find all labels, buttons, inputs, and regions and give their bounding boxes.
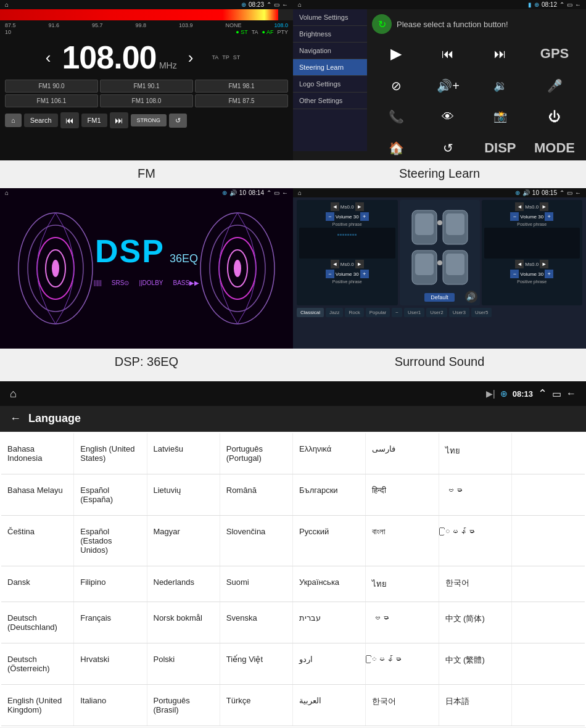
lang-cell-vietnamese[interactable]: Tiếng Việt xyxy=(220,643,293,684)
ss-lt-plus2[interactable]: + xyxy=(360,270,369,278)
sl-menu-other[interactable]: Other Settings xyxy=(293,93,367,109)
sl-play-button[interactable]: ▶ xyxy=(372,39,420,68)
lang-cell-urdu[interactable]: اردو xyxy=(293,643,366,684)
fm-preset-2[interactable]: FM1 90.1 xyxy=(100,80,193,93)
sl-disp-button[interactable]: DISP xyxy=(476,134,524,162)
lang-cell-farsi[interactable]: فارسی xyxy=(366,433,439,474)
lang-cell-chinese-simplified[interactable]: 中文 (简体) xyxy=(439,602,512,643)
lang-cell-hebrew[interactable]: עברית xyxy=(293,602,366,643)
lang-cell-bahasa-indonesia[interactable]: Bahasa Indonesia xyxy=(1,433,74,474)
ss-tab-user2[interactable]: User2 xyxy=(426,308,447,317)
ss-tab-user3[interactable]: User3 xyxy=(449,308,469,317)
ss-default-button[interactable]: Default xyxy=(424,293,455,302)
lang-cell-bulgarian[interactable]: Български xyxy=(293,474,366,515)
lang-cell-chinese-traditional[interactable]: 中文 (繁體) xyxy=(439,643,512,684)
ss-rt-next[interactable]: ► xyxy=(540,202,548,211)
lang-cell-hindi[interactable]: हिन्दी xyxy=(366,474,439,515)
lang-cell-english-uk[interactable]: English (United Kingdom) xyxy=(1,685,74,726)
ss-rt-plus2[interactable]: + xyxy=(545,270,553,278)
lang-cell-polski[interactable]: Polski xyxy=(147,643,220,684)
lang-cell-ukrainian[interactable]: Українська xyxy=(293,566,366,602)
lang-cell-svenska[interactable]: Svenska xyxy=(220,602,293,643)
lang-cell-hrvatski[interactable]: Hrvatski xyxy=(74,643,147,684)
fm-prev-button[interactable]: ⏮ xyxy=(60,112,79,128)
ss-tab-empty[interactable]: − xyxy=(392,308,402,317)
ss-lt-minus2[interactable]: − xyxy=(326,270,334,278)
sl-menu-navigation[interactable]: Navigation xyxy=(293,43,367,59)
lang-cell-turkish[interactable]: Türkçe xyxy=(220,685,293,726)
ss-rt-minus2[interactable]: − xyxy=(510,270,519,278)
ss-lt-prev[interactable]: ◄ xyxy=(331,202,339,211)
sl-menu-volume[interactable]: Volume Settings xyxy=(293,9,367,26)
sl-vol-down-button[interactable]: 🔉 xyxy=(476,72,524,99)
ss-tab-classical[interactable]: Classical xyxy=(297,308,324,317)
fm-preset-6[interactable]: FM1 87.5 xyxy=(195,94,288,107)
ss-tab-popular[interactable]: Popular xyxy=(366,308,390,317)
lang-cell-dansk[interactable]: Dansk xyxy=(1,566,74,602)
sl-menu-brightness[interactable]: Brightness xyxy=(293,26,367,43)
fm-preset-1[interactable]: FM1 90.0 xyxy=(5,80,98,93)
fm-home-button[interactable]: ⌂ xyxy=(5,114,22,127)
lang-cell-norsk[interactable]: Norsk bokmål xyxy=(147,602,220,643)
fm-prev-arrow[interactable]: ‹ xyxy=(46,48,51,67)
lang-cell-arabic[interactable]: العربية xyxy=(293,685,366,726)
lang-cell-italiano[interactable]: Italiano xyxy=(74,685,147,726)
lang-cell-japanese[interactable]: 日本語 xyxy=(439,685,512,726)
ss-rt-minus[interactable]: − xyxy=(510,212,519,221)
lang-cell-filipino[interactable]: Filipino xyxy=(74,566,147,602)
sl-menu-steering[interactable]: Steering Learn xyxy=(293,59,367,76)
fm-next-button[interactable]: ⏭ xyxy=(110,112,128,128)
lang-cell-portugues-br[interactable]: Português (Brasil) xyxy=(147,685,220,726)
ss-rt-prev[interactable]: ◄ xyxy=(515,202,524,211)
fm-preset-5[interactable]: FM1 108.0 xyxy=(100,94,193,107)
ss-lt-next[interactable]: ► xyxy=(355,202,364,211)
fm-progress-bar[interactable] xyxy=(0,9,293,20)
sl-vol-up-button[interactable]: 🔊+ xyxy=(424,72,472,99)
sl-mic-button[interactable]: 🎤 xyxy=(528,72,581,99)
ss-tab-user5[interactable]: User5 xyxy=(471,308,492,317)
ss-rt-next2[interactable]: ► xyxy=(540,260,548,268)
fm-preset-4[interactable]: FM1 106.1 xyxy=(5,94,98,107)
ss-lt-plus[interactable]: + xyxy=(360,212,369,221)
ss-rt-prev2[interactable]: ◄ xyxy=(515,260,524,268)
ss-lt-minus[interactable]: − xyxy=(326,212,334,221)
fm-next-arrow[interactable]: › xyxy=(188,48,194,67)
sl-home-button[interactable]: 🏠 xyxy=(372,134,420,162)
ss-rt-plus[interactable]: + xyxy=(545,212,553,221)
lang-cell-lietuviu[interactable]: Lietuvių xyxy=(147,474,220,515)
lang-back-button[interactable]: ← xyxy=(10,412,21,425)
sl-next-button[interactable]: ⏭ xyxy=(476,39,524,68)
lang-cell-korean[interactable]: 한국어 xyxy=(439,566,512,602)
sl-eye-button[interactable]: 👁 xyxy=(424,103,472,130)
lang-cell-korean-2[interactable]: 한국어 xyxy=(366,685,439,726)
lang-cell-myanmar[interactable]: ြမန်မာ xyxy=(439,516,512,566)
fm-search-button[interactable]: Search xyxy=(24,114,58,127)
lang-cell-russian[interactable]: Русский xyxy=(293,516,366,566)
lang-cell-romana[interactable]: Română xyxy=(220,474,293,515)
sl-camera-button[interactable]: 📸 xyxy=(476,103,524,130)
ss-tab-jazz[interactable]: Jazz xyxy=(326,308,343,317)
sl-mode-button[interactable]: MODE xyxy=(528,134,581,162)
sl-menu-logo[interactable]: Logo Settings xyxy=(293,76,367,93)
lang-cell-deutsch-at[interactable]: Deutsch (Österreich) xyxy=(1,643,74,684)
sl-prev-button[interactable]: ⏮ xyxy=(424,39,472,68)
lang-cell-bengali[interactable]: বাংলা xyxy=(366,516,439,566)
ss-sound-icon-btn[interactable]: 🔊 xyxy=(465,291,477,303)
fm-back-button[interactable]: ↺ xyxy=(169,114,187,128)
ss-lt-next2[interactable]: ► xyxy=(355,260,364,268)
lang-cell-francais[interactable]: Français xyxy=(74,602,147,643)
ss-tab-rock[interactable]: Rock xyxy=(345,308,363,317)
lang-cell-greek[interactable]: Ελληνικά xyxy=(293,433,366,474)
fm-preset-3[interactable]: FM1 98.1 xyxy=(195,80,288,93)
lang-cell-latviesu[interactable]: Latviešu xyxy=(147,433,220,474)
ss-tab-user1[interactable]: User1 xyxy=(404,308,424,317)
ss-lt-prev2[interactable]: ◄ xyxy=(331,260,339,268)
lang-cell-english-us[interactable]: English (United States) xyxy=(74,433,147,474)
lang-cell-bahasa-melayu[interactable]: Bahasa Melayu xyxy=(1,474,74,515)
lang-cell-thai[interactable]: ไทย xyxy=(439,433,512,474)
lang-cell-magyar[interactable]: Magyar xyxy=(147,516,220,566)
lang-cell-slovencina[interactable]: Slovenčina xyxy=(220,516,293,566)
lang-cell-portugues-pt[interactable]: Português (Portugal) xyxy=(220,433,293,474)
lang-cell-burmese-2[interactable]: ဗမာ xyxy=(366,602,439,643)
sl-power-button[interactable]: ⏻ xyxy=(528,103,581,130)
